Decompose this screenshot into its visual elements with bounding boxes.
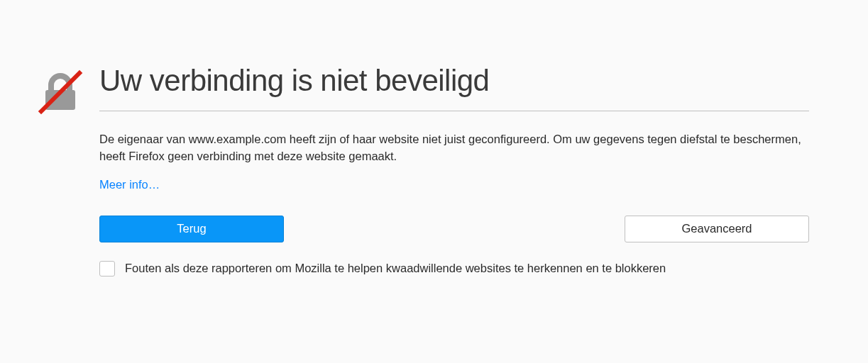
insecure-lock-icon xyxy=(35,67,85,117)
more-info-link[interactable]: Meer info… xyxy=(99,178,160,191)
icon-column xyxy=(35,64,99,277)
content-column: Uw verbinding is niet beveiligd De eigen… xyxy=(99,64,809,277)
report-checkbox-label: Fouten als deze rapporteren om Mozilla t… xyxy=(125,262,666,275)
error-page-container: Uw verbinding is niet beveiligd De eigen… xyxy=(0,0,868,277)
report-checkbox[interactable] xyxy=(99,261,115,277)
report-row: Fouten als deze rapporteren om Mozilla t… xyxy=(99,261,809,277)
page-title: Uw verbinding is niet beveiligd xyxy=(99,64,809,98)
button-row: Terug Geavanceerd xyxy=(99,216,809,242)
error-description: De eigenaar van www.example.com heeft zi… xyxy=(99,131,809,165)
back-button[interactable]: Terug xyxy=(99,216,284,242)
divider xyxy=(99,111,809,111)
advanced-button[interactable]: Geavanceerd xyxy=(625,216,809,242)
